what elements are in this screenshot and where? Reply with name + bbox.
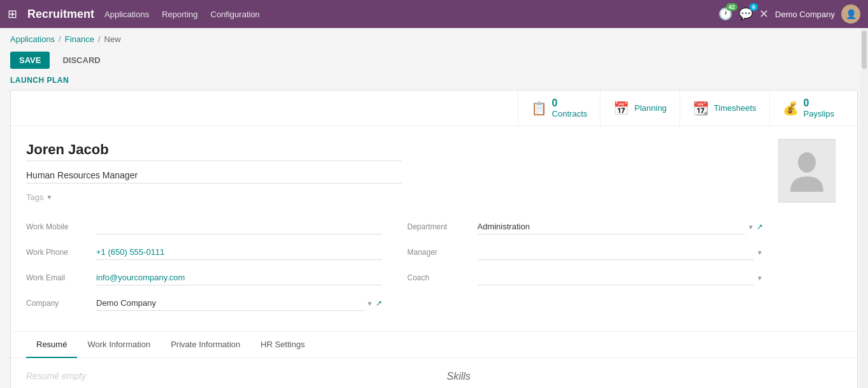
manager-label: Manager (408, 248, 478, 257)
chat-badge: 6 (750, 3, 758, 11)
skills-title: Skills (447, 371, 471, 382)
manager-select[interactable] (478, 245, 755, 260)
work-mobile-label: Work Mobile (26, 222, 96, 231)
tab-work-information[interactable]: Work Information (77, 332, 160, 358)
company-row: Company Demo Company ▼ ↗ (26, 293, 382, 313)
company-dropdown-arrow: ▼ (367, 300, 373, 307)
avatar-upload[interactable] (778, 139, 836, 203)
payslips-label: Payslips (804, 109, 834, 119)
menu-applications[interactable]: Applications (104, 10, 149, 19)
tab-private-information[interactable]: Private Information (160, 332, 250, 358)
chat-icon-btn[interactable]: 💬 6 (739, 7, 753, 21)
department-label: Department (408, 222, 478, 231)
company-name: Demo Company (775, 10, 835, 19)
avatar[interactable]: 👤 (841, 4, 860, 24)
work-phone-input[interactable] (96, 245, 382, 260)
name-input[interactable] (26, 139, 402, 161)
breadcrumb-sep2: / (98, 34, 101, 44)
breadcrumb: Applications / Finance / New (0, 28, 868, 48)
breadcrumb-applications[interactable]: Applications (10, 34, 55, 44)
resume-empty-text: Resumé empty (26, 371, 86, 381)
tab-content-resume: Resumé empty Skills (11, 358, 857, 388)
manager-select-wrap: ▼ (478, 245, 764, 260)
planning-icon: 📅 (613, 101, 629, 116)
menu-configuration[interactable]: Configuration (211, 10, 260, 19)
smart-btn-contracts[interactable]: 📋 0 Contracts (518, 90, 601, 126)
top-navigation: ⊞ Recruitment Applications Reporting Con… (0, 0, 868, 28)
form-photo (778, 139, 842, 319)
work-phone-label: Work Phone (26, 248, 96, 257)
action-bar: SAVE DISCARD (0, 48, 868, 73)
tab-hr-settings[interactable]: HR Settings (250, 332, 315, 358)
top-menu: Applications Reporting Configuration (104, 10, 260, 19)
work-email-label: Work Email (26, 273, 96, 282)
menu-reporting[interactable]: Reporting (162, 10, 197, 19)
manager-row: Manager ▼ (408, 242, 764, 262)
scrollbar-thumb[interactable] (862, 31, 867, 69)
payslips-count: 0 (804, 97, 834, 109)
coach-label: Coach (408, 273, 478, 282)
work-phone-row: Work Phone (26, 242, 382, 262)
payslips-info: 0 Payslips (804, 97, 834, 119)
tags-placeholder: Tags (26, 192, 43, 202)
grid-apps-icon[interactable]: ⊞ (8, 7, 17, 21)
calendar-icon-btn[interactable]: 🕐 42 (718, 7, 732, 21)
company-select-wrap: Demo Company ▼ ↗ (96, 296, 382, 311)
company-label: Company (26, 299, 96, 308)
skills-section: Skills (447, 371, 843, 388)
launch-plan-button[interactable]: LAUNCH PLAN (10, 76, 69, 85)
department-external-link-icon[interactable]: ↗ (757, 222, 763, 231)
payslips-icon: 💰 (783, 101, 799, 116)
manager-dropdown-arrow: ▼ (757, 249, 763, 256)
contracts-label: Contracts (552, 109, 588, 119)
close-icon[interactable]: ✕ (759, 7, 769, 21)
tags-field[interactable]: Tags ▼ (26, 191, 153, 204)
smart-btn-payslips[interactable]: 💰 0 Payslips (769, 90, 847, 126)
resume-section: Resumé empty (26, 371, 422, 388)
breadcrumb-new: New (104, 34, 121, 44)
coach-dropdown-arrow: ▼ (757, 275, 763, 282)
tabs-bar: Resumé Work Information Private Informat… (11, 331, 857, 358)
scrollbar-track[interactable] (860, 28, 868, 388)
smart-btn-timesheets[interactable]: 📆 Timesheets (679, 90, 769, 126)
company-select[interactable]: Demo Company (96, 296, 364, 311)
timesheets-label: Timesheets (714, 103, 757, 113)
work-mobile-input[interactable] (96, 219, 382, 234)
tags-dropdown-arrow: ▼ (46, 194, 52, 201)
contracts-icon: 📋 (531, 101, 547, 116)
department-dropdown-arrow: ▼ (748, 224, 754, 231)
smart-buttons-bar: 📋 0 Contracts 📅 Planning 📆 Timesheets 💰 … (11, 90, 857, 126)
breadcrumb-sep1: / (59, 34, 61, 44)
right-fields: Department Administration ▼ ↗ Manager (408, 217, 764, 319)
coach-row: Coach ▼ (408, 268, 764, 288)
left-fields: Work Mobile Work Phone Work Email Compan… (26, 217, 382, 319)
contracts-count: 0 (552, 97, 588, 109)
contracts-info: 0 Contracts (552, 97, 588, 119)
calendar-badge: 42 (726, 3, 737, 11)
jobtitle-input[interactable] (26, 168, 402, 183)
svg-point-0 (798, 152, 816, 173)
breadcrumb-finance[interactable]: Finance (65, 34, 94, 44)
work-email-row: Work Email (26, 268, 382, 288)
save-button[interactable]: SAVE (10, 52, 50, 69)
timesheets-icon: 📆 (693, 101, 709, 116)
coach-select-wrap: ▼ (478, 270, 764, 285)
app-title: Recruitment (27, 8, 94, 21)
department-row: Department Administration ▼ ↗ (408, 217, 764, 237)
work-mobile-row: Work Mobile (26, 217, 382, 237)
coach-select[interactable] (478, 270, 755, 285)
department-select-wrap: Administration ▼ ↗ (478, 219, 764, 234)
fields-grid: Work Mobile Work Phone Work Email Compan… (26, 217, 763, 319)
launch-plan-bar: LAUNCH PLAN (0, 73, 868, 90)
smart-btn-planning[interactable]: 📅 Planning (600, 90, 679, 126)
planning-label: Planning (634, 103, 667, 113)
discard-button[interactable]: DISCARD (56, 52, 106, 69)
department-select[interactable]: Administration (478, 219, 746, 234)
company-external-link-icon[interactable]: ↗ (376, 299, 382, 308)
main-card: 📋 0 Contracts 📅 Planning 📆 Timesheets 💰 … (10, 90, 858, 388)
tab-resume[interactable]: Resumé (26, 332, 77, 358)
form-main: Tags ▼ Work Mobile Work Phone Work (26, 139, 763, 319)
work-email-input[interactable] (96, 270, 382, 285)
form-body: Tags ▼ Work Mobile Work Phone Work (11, 126, 857, 331)
person-silhouette-icon (788, 148, 826, 193)
